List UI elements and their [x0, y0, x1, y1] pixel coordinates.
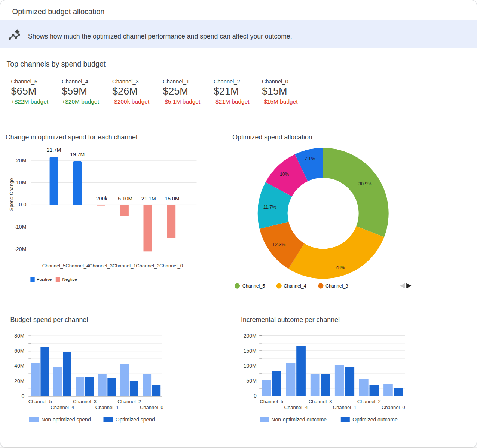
svg-text:Channel_5: Channel_5	[242, 283, 265, 289]
svg-text:+$22M budget: +$22M budget	[11, 98, 49, 105]
svg-text:28%: 28%	[336, 265, 345, 270]
svg-text:$26M: $26M	[112, 86, 138, 97]
svg-text:$59M: $59M	[62, 86, 87, 97]
svg-text:10M: 10M	[16, 179, 26, 185]
svg-text:Channel_0: Channel_0	[382, 405, 405, 410]
svg-text:Channel_1: Channel_1	[95, 405, 119, 410]
svg-text:Optimized outcome: Optimized outcome	[352, 417, 398, 423]
svg-text:-5.10M: -5.10M	[116, 196, 133, 202]
svg-text:-200k: -200k	[94, 196, 108, 202]
svg-text:Channel_3: Channel_3	[325, 283, 348, 289]
svg-text:Channel_3: Channel_3	[73, 399, 97, 404]
svg-text:150M: 150M	[244, 348, 257, 354]
svg-text:Incremental outcome per channe: Incremental outcome per channel	[241, 316, 340, 323]
svg-text:Optimized spend allocation: Optimized spend allocation	[232, 134, 312, 141]
svg-text:Channel_5: Channel_5	[11, 79, 38, 85]
svg-text:Channel_4: Channel_4	[284, 283, 306, 289]
svg-text:0: 0	[22, 393, 25, 399]
svg-text:-10M: -10M	[14, 224, 26, 230]
svg-text:+$20M budget: +$20M budget	[62, 98, 99, 105]
svg-text:Budget spend per channel: Budget spend per channel	[10, 316, 88, 323]
svg-text:Channel_5: Channel_5	[42, 263, 66, 269]
svg-text:Shows how much the optimized c: Shows how much the optimized channel per…	[28, 33, 292, 40]
svg-text:Channel_4: Channel_4	[65, 263, 89, 269]
svg-text:$25M: $25M	[163, 86, 188, 97]
svg-text:Channel_2: Channel_2	[357, 399, 381, 404]
svg-text:Non-optimized outcome: Non-optimized outcome	[271, 417, 327, 423]
svg-text:$15M: $15M	[262, 86, 287, 97]
svg-text:Non-optimized spend: Non-optimized spend	[41, 417, 91, 423]
svg-text:80M: 80M	[14, 333, 24, 339]
svg-text:Spend Change: Spend Change	[9, 178, 14, 211]
svg-text:Channel_0: Channel_0	[140, 405, 163, 410]
svg-text:0: 0	[254, 393, 257, 399]
svg-text:11.7%: 11.7%	[263, 205, 276, 210]
svg-text:20M: 20M	[16, 157, 26, 163]
svg-text:20M: 20M	[14, 378, 24, 384]
svg-text:Channel_2: Channel_2	[136, 263, 159, 269]
svg-text:-$200k budget: -$200k budget	[112, 98, 150, 105]
svg-text:Optimized budget allocation: Optimized budget allocation	[12, 7, 105, 16]
svg-text:12.3%: 12.3%	[272, 242, 285, 247]
svg-text:Optimized spend: Optimized spend	[116, 417, 155, 423]
svg-text:Channel_0: Channel_0	[159, 263, 183, 269]
svg-text:-15.0M: -15.0M	[163, 196, 180, 202]
svg-text:40M: 40M	[14, 363, 24, 369]
svg-text:60M: 60M	[14, 348, 24, 354]
svg-text:-21.1M: -21.1M	[140, 196, 156, 202]
svg-text:Channel_1: Channel_1	[113, 263, 136, 269]
svg-text:$65M: $65M	[11, 86, 37, 97]
svg-text:Channel_4: Channel_4	[51, 405, 74, 410]
svg-text:Channel_3: Channel_3	[309, 399, 332, 404]
svg-text:-20M: -20M	[14, 246, 26, 252]
svg-text:Negtive: Negtive	[62, 277, 77, 282]
svg-text:Channel_2: Channel_2	[214, 79, 240, 85]
svg-text:19.7M: 19.7M	[70, 151, 85, 157]
svg-text:7.1%: 7.1%	[305, 156, 315, 162]
svg-text:Change in optimized spend for: Change in optimized spend for each chann…	[6, 134, 137, 141]
svg-text:Channel_4: Channel_4	[284, 405, 308, 410]
svg-text:-$21M budget: -$21M budget	[214, 98, 250, 105]
svg-text:Channel_1: Channel_1	[163, 79, 189, 85]
svg-text:21.7M: 21.7M	[47, 147, 61, 153]
svg-text:Positive: Positive	[37, 277, 52, 282]
svg-text:30.9%: 30.9%	[358, 181, 371, 187]
svg-text:50M: 50M	[247, 378, 257, 384]
svg-text:Channel_1: Channel_1	[333, 405, 357, 410]
svg-text:Channel_2: Channel_2	[117, 399, 141, 404]
svg-text:200M: 200M	[244, 333, 257, 339]
svg-text:Channel_3: Channel_3	[112, 79, 139, 85]
svg-text:Channel_0: Channel_0	[262, 79, 288, 85]
svg-text:Channel_5: Channel_5	[260, 399, 283, 404]
svg-text:$21M: $21M	[214, 86, 239, 97]
svg-text:-$5.1M budget: -$5.1M budget	[163, 98, 201, 105]
svg-text:0.0: 0.0	[19, 202, 27, 208]
svg-text:10%: 10%	[280, 172, 289, 177]
svg-text:-$15M budget: -$15M budget	[262, 98, 298, 105]
svg-text:Channel_3: Channel_3	[89, 263, 113, 269]
svg-text:Top channels by spend budget: Top channels by spend budget	[7, 60, 106, 68]
svg-text:Channel_4: Channel_4	[62, 79, 88, 85]
svg-text:100M: 100M	[244, 363, 257, 369]
svg-text:Channel_5: Channel_5	[28, 399, 52, 404]
